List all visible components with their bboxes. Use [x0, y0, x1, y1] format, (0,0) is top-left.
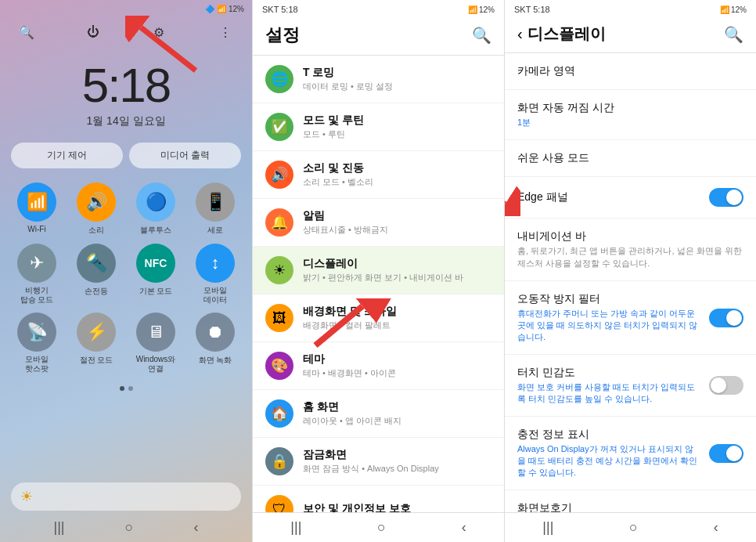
grid-item-windows[interactable]: 🖥 Windows와연결	[130, 313, 182, 374]
touch-sensitivity-knob	[711, 378, 726, 393]
wallpaper-title: 배경화면 및 스타일	[303, 305, 397, 319]
sound-settings-icon: 🔊	[265, 161, 293, 189]
display-section-1: 카메라 영역 화면 자동 꺼짐 시간 1분 쉬운 사용 모드 Edge 패널	[505, 53, 756, 512]
touch-sensitivity-toggle[interactable]	[709, 376, 743, 395]
roaming-icon: 🌐	[265, 65, 293, 93]
settings-item-security[interactable]: 🛡 보안 및 개인정보 보호	[253, 486, 504, 512]
home-button[interactable]: ○	[125, 519, 134, 536]
sound-icon[interactable]: 🔊	[77, 182, 116, 222]
device-control-btn[interactable]: 기기 제어	[11, 143, 123, 168]
display-item-screensaver[interactable]: 화면보호기	[505, 490, 756, 512]
airplane-icon[interactable]: ✈	[17, 244, 56, 283]
back-btn-3[interactable]: ‹	[714, 519, 718, 536]
display-item-charging-info[interactable]: 충전 정보 표시 Always On Display가 꺼져 있거나 표시되지 …	[505, 417, 756, 490]
settings-item-sound[interactable]: 🔊 소리 및 진동 소리 모드 • 벨소리	[253, 151, 504, 199]
display-item-touch-sensitivity[interactable]: 터치 민감도 화면 보호 커버를 사용할 때도 터치가 입력되도록 터치 민감도…	[505, 355, 756, 417]
roaming-title: T 로밍	[303, 66, 393, 80]
status-icons-1: 🔷 📶 12%	[205, 5, 244, 13]
edge-toggle-knob	[726, 190, 742, 205]
windows-label: Windows와연결	[136, 355, 176, 374]
touch-sensitivity-desc: 화면 보호 커버를 사용할 때도 터치가 입력되도록 터치 민감도를 높일 수 …	[517, 381, 700, 405]
settings-item-wallpaper[interactable]: 🖼 배경화면 및 스타일 배경화면 • 컬러 팔레트	[253, 294, 504, 342]
settings-item-mode[interactable]: ✅ 모드 및 루틴 모드 • 루틴	[253, 103, 504, 151]
data-icon[interactable]: ↕	[196, 244, 235, 283]
recent-apps-btn-3[interactable]: |||	[542, 519, 553, 536]
back-btn-2[interactable]: ‹	[462, 519, 466, 536]
grid-item-data[interactable]: ↕ 모바일데이터	[189, 244, 241, 305]
camera-area-title: 카메라 영역	[517, 64, 743, 78]
lockscreen-subtitle: 화면 잠금 방식 • Always On Display	[303, 463, 439, 475]
bluetooth-icon: 🔷	[205, 5, 214, 13]
grid-item-screenrecord[interactable]: ⏺ 화면 녹화	[189, 313, 241, 374]
navbar-title: 내비게이션 바	[517, 229, 743, 244]
settings-button[interactable]: ⚙	[148, 21, 170, 43]
battery-saver-icon[interactable]: ⚡	[77, 313, 116, 352]
settings-panel: SKT 5:18 📶 12% 설정 🔍 🌐 T 로밍 데이터 로밍 • 로밍 설…	[252, 0, 504, 542]
notifications-title: 알림	[303, 209, 388, 223]
grid-item-wifi[interactable]: 📶 Wi-Fi	[11, 182, 63, 236]
more-button[interactable]: ⋮	[214, 21, 236, 43]
edge-toggle[interactable]	[709, 188, 743, 207]
grid-item-bluetooth[interactable]: 🔵 블루투스	[130, 182, 182, 236]
settings-item-theme[interactable]: 🎨 테마 테마 • 배경화면 • 아이콘	[253, 342, 504, 390]
clock: 5:18	[0, 57, 252, 113]
mode-text: 모드 및 루틴 모드 • 루틴	[303, 114, 364, 140]
battery-text: 12%	[229, 5, 244, 13]
settings-item-display[interactable]: ☀ 디스플레이 밝기 • 편안하게 화면 보기 • 내비게이션 바	[253, 247, 504, 294]
display-settings-panel: SKT 5:18 📶 12% ‹ 디스플레이 🔍 카메라 영역 화면 자동 꺼짐…	[504, 0, 756, 542]
hotspot-icon[interactable]: 📡	[17, 313, 56, 352]
search-button[interactable]: 🔍	[16, 21, 38, 43]
wifi-signal-2: 📶	[468, 5, 477, 14]
power-button[interactable]: ⏻	[82, 21, 104, 43]
grid-item-sound[interactable]: 🔊 소리	[70, 182, 122, 236]
portrait-label: 세로	[207, 225, 223, 236]
display-item-accidental-touch[interactable]: 오동작 방지 필터 휴대전화가 주머니 또는 가방 속과 같이 어두운 곳에 있…	[505, 281, 756, 355]
grid-item-flashlight[interactable]: 🔦 손전등	[70, 244, 122, 305]
status-icons-3: 📶 12%	[720, 5, 747, 14]
theme-subtitle: 테마 • 배경화면 • 아이콘	[303, 367, 396, 379]
recent-apps-btn-2[interactable]: |||	[290, 519, 301, 536]
settings-item-roaming[interactable]: 🌐 T 로밍 데이터 로밍 • 로밍 설정	[253, 56, 504, 103]
accidental-touch-toggle[interactable]	[709, 309, 743, 327]
grid-item-hotspot[interactable]: 📡 모바일핫스팟	[11, 313, 63, 374]
nfc-icon[interactable]: NFC	[136, 244, 175, 283]
home-btn-2[interactable]: ○	[377, 519, 386, 536]
media-output-btn[interactable]: 미디어 출력	[129, 143, 241, 168]
grid-item-portrait[interactable]: 📱 세로	[189, 182, 241, 236]
display-item-easy-mode[interactable]: 쉬운 사용 모드	[505, 140, 756, 177]
display-item-navbar[interactable]: 내비게이션 바 홈, 뒤로가기, 최근 앱 버튼을 관리하거나, 넓은 화면을 …	[505, 219, 756, 281]
quick-settings-grid: 📶 Wi-Fi 🔊 소리 🔵 블루투스 📱 세로 ✈ 비행기탑승 모드 🔦 손전…	[0, 176, 252, 380]
portrait-icon[interactable]: 📱	[196, 182, 235, 222]
security-text: 보안 및 개인정보 보호	[303, 502, 411, 513]
wifi-icon[interactable]: 📶	[17, 182, 56, 222]
display-search-icon[interactable]: 🔍	[724, 25, 743, 44]
charging-info-toggle[interactable]	[709, 444, 743, 463]
back-icon[interactable]: ‹	[517, 25, 523, 43]
homescreen-icon: 🏠	[265, 399, 293, 428]
settings-item-lockscreen[interactable]: 🔒 잠금화면 화면 잠금 방식 • Always On Display	[253, 438, 504, 486]
grid-item-airplane[interactable]: ✈ 비행기탑승 모드	[11, 244, 63, 305]
display-item-auto-off[interactable]: 화면 자동 꺼짐 시간 1분	[505, 90, 756, 140]
grid-item-nfc[interactable]: NFC 기본 모드	[130, 244, 182, 305]
brightness-bar[interactable]: ☀	[11, 482, 241, 511]
recent-apps-button[interactable]: |||	[54, 519, 65, 536]
settings-item-notifications[interactable]: 🔔 알림 상태표시줄 • 방해금지	[253, 199, 504, 247]
home-btn-3[interactable]: ○	[629, 519, 638, 536]
display-item-camera-area[interactable]: 카메라 영역	[505, 53, 756, 90]
display-settings-title: 디스플레이	[527, 23, 606, 45]
settings-search-icon[interactable]: 🔍	[472, 26, 491, 45]
bluetooth-icon[interactable]: 🔵	[136, 182, 175, 222]
settings-item-homescreen[interactable]: 🏠 홈 화면 레이아웃 • 앱 아이콘 배지	[253, 390, 504, 438]
dot-1	[120, 386, 124, 391]
flashlight-icon[interactable]: 🔦	[77, 244, 116, 283]
screenrecord-icon[interactable]: ⏺	[196, 313, 235, 352]
grid-item-battery-saver[interactable]: ⚡ 절전 모드	[70, 313, 122, 374]
roaming-subtitle: 데이터 로밍 • 로밍 설정	[303, 81, 393, 92]
back-button[interactable]: ‹	[193, 519, 198, 536]
status-bar-3: SKT 5:18 📶 12%	[505, 0, 756, 17]
charging-info-desc: Always On Display가 꺼져 있거나 표시되지 않을 때도 배터리…	[517, 443, 700, 479]
carrier-time-2: SKT 5:18	[262, 5, 298, 14]
display-item-edge[interactable]: Edge 패널	[505, 177, 756, 219]
windows-icon[interactable]: 🖥	[136, 313, 175, 352]
charging-info-knob	[726, 446, 742, 461]
